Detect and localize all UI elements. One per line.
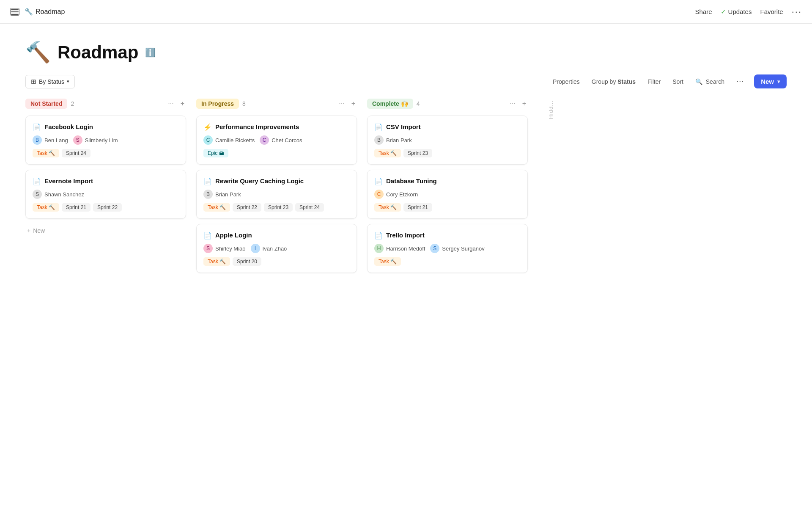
by-status-button[interactable]: ⊞ By Status ▾ bbox=[25, 75, 75, 88]
new-button[interactable]: New ▾ bbox=[754, 74, 787, 88]
filter-button[interactable]: Filter bbox=[642, 76, 666, 88]
card-tags: Task 🔨Sprint 20 bbox=[203, 257, 350, 266]
table-row[interactable]: 📄Database TuningCCory EtzkornTask 🔨Sprin… bbox=[367, 170, 528, 219]
card-tags: Task 🔨Sprint 21Sprint 22 bbox=[33, 203, 179, 212]
hamburger-menu[interactable] bbox=[10, 8, 19, 16]
search-button[interactable]: 🔍 Search bbox=[690, 76, 730, 88]
column-in-progress: In Progress8···+⚡Performance Improvement… bbox=[196, 99, 357, 278]
plus-icon: + bbox=[27, 227, 30, 234]
toolbar-more-icon: ··· bbox=[736, 77, 744, 85]
column-header-complete: Complete 🙌4···+ bbox=[367, 99, 528, 109]
card-assignees: BBrian Park bbox=[203, 190, 350, 199]
add-new-row[interactable]: +New bbox=[25, 224, 186, 237]
favorite-button[interactable]: Favorite bbox=[760, 8, 783, 15]
tag-task: Task 🔨 bbox=[374, 257, 401, 266]
column-more-button-complete[interactable]: ··· bbox=[508, 99, 517, 108]
avatar: C bbox=[374, 190, 384, 199]
updates-button[interactable]: ✓ Updates bbox=[721, 8, 752, 16]
filter-label: Filter bbox=[647, 78, 661, 85]
assignee-name: Shirley Miao bbox=[215, 245, 246, 252]
card-tags: Task 🔨Sprint 21 bbox=[374, 203, 521, 212]
card-assignees: HHarrison MedoffSSergey Surganov bbox=[374, 244, 521, 253]
column-add-button-complete[interactable]: + bbox=[521, 99, 528, 108]
table-row[interactable]: 📄Trello ImportHHarrison MedoffSSergey Su… bbox=[367, 224, 528, 273]
column-header-not-started: Not Started2···+ bbox=[25, 99, 186, 109]
share-label: Share bbox=[695, 8, 712, 15]
column-not-started: Not Started2···+📄Facebook LoginBBen Lang… bbox=[25, 99, 186, 237]
column-count-complete: 4 bbox=[417, 100, 420, 107]
share-button[interactable]: Share bbox=[695, 8, 712, 15]
avatar: S bbox=[430, 244, 439, 253]
tag-sprint: Sprint 23 bbox=[403, 149, 432, 157]
assignee-name: Camille Ricketts bbox=[215, 137, 255, 143]
assignee-name: Brian Park bbox=[215, 191, 241, 198]
column-more-button-in-progress[interactable]: ··· bbox=[337, 99, 346, 108]
tag-sprint: Sprint 21 bbox=[62, 203, 91, 212]
app-title: 🔧 Roadmap bbox=[25, 8, 65, 16]
nav-left: 🔧 Roadmap bbox=[10, 8, 65, 16]
more-options-button[interactable]: ··· bbox=[792, 6, 802, 17]
page-icon: 🔨 bbox=[25, 41, 51, 64]
card-title-row: 📄Trello Import bbox=[374, 231, 521, 240]
column-add-button-in-progress[interactable]: + bbox=[350, 99, 357, 108]
document-icon: 📄 bbox=[33, 177, 41, 185]
card-title: Database Tuning bbox=[386, 177, 437, 185]
card-assignees: SShawn Sanchez bbox=[33, 190, 179, 199]
top-navigation: 🔧 Roadmap Share ✓ Updates Favorite ··· bbox=[0, 0, 812, 24]
table-row[interactable]: 📄Facebook LoginBBen LangSSlimberly LimTa… bbox=[25, 116, 186, 165]
card-assignees: BBrian Park bbox=[374, 135, 521, 145]
tag-task: Task 🔨 bbox=[203, 257, 230, 266]
hidden-column-label: Hidd... bbox=[548, 100, 554, 119]
table-row[interactable]: 📄CSV ImportBBrian ParkTask 🔨Sprint 23 bbox=[367, 116, 528, 165]
card-title-row: 📄Apple Login bbox=[203, 231, 350, 240]
table-row[interactable]: 📄Apple LoginSShirley MiaoIIvan ZhaoTask … bbox=[196, 224, 357, 273]
avatar: B bbox=[203, 190, 213, 199]
card-tags: Task 🔨Sprint 24 bbox=[33, 149, 179, 157]
card-assignees: CCory Etzkorn bbox=[374, 190, 521, 199]
page-header: 🔨 Roadmap ℹ️ bbox=[0, 24, 812, 74]
app-name-label: Roadmap bbox=[36, 8, 65, 16]
new-label: New bbox=[761, 78, 774, 85]
sort-label: Sort bbox=[672, 78, 683, 85]
tag-epic: Epic 🏔 bbox=[203, 149, 228, 157]
page-title: Roadmap bbox=[58, 42, 138, 63]
column-header-in-progress: In Progress8···+ bbox=[196, 99, 357, 109]
chevron-down-icon: ▾ bbox=[67, 79, 69, 84]
card-title: Apple Login bbox=[215, 231, 252, 240]
column-count-not-started: 2 bbox=[71, 100, 74, 107]
card-title: Facebook Login bbox=[44, 123, 93, 131]
column-more-button-not-started[interactable]: ··· bbox=[166, 99, 175, 108]
table-row[interactable]: 📄Evernote ImportSShawn SanchezTask 🔨Spri… bbox=[25, 170, 186, 219]
card-title: Evernote Import bbox=[44, 177, 93, 185]
updates-label: Updates bbox=[728, 8, 752, 15]
tag-task: Task 🔨 bbox=[33, 203, 59, 212]
properties-button[interactable]: Properties bbox=[548, 76, 585, 88]
document-icon: ⚡ bbox=[203, 123, 212, 131]
search-icon: 🔍 bbox=[695, 78, 702, 85]
tag-sprint: Sprint 23 bbox=[264, 203, 293, 212]
document-icon: 📄 bbox=[203, 177, 212, 185]
tag-sprint: Sprint 22 bbox=[233, 203, 261, 212]
tag-sprint: Sprint 22 bbox=[93, 203, 122, 212]
assignee-name: Shawn Sanchez bbox=[44, 191, 84, 198]
table-row[interactable]: 📄Rewrite Query Caching LogicBBrian ParkT… bbox=[196, 170, 357, 219]
document-icon: 📄 bbox=[374, 123, 383, 131]
card-title: CSV Import bbox=[386, 123, 421, 131]
card-tags: Task 🔨Sprint 22Sprint 23Sprint 24 bbox=[203, 203, 350, 212]
toolbar: ⊞ By Status ▾ Properties Group by Status… bbox=[0, 74, 812, 88]
avatar: H bbox=[374, 244, 384, 253]
card-tags: Task 🔨 bbox=[374, 257, 521, 266]
sort-button[interactable]: Sort bbox=[667, 76, 689, 88]
table-row[interactable]: ⚡Performance ImprovementsCCamille Ricket… bbox=[196, 116, 357, 165]
avatar: S bbox=[33, 190, 42, 199]
nav-right: Share ✓ Updates Favorite ··· bbox=[695, 6, 802, 17]
info-icon[interactable]: ℹ️ bbox=[145, 47, 156, 58]
column-add-button-not-started[interactable]: + bbox=[179, 99, 186, 108]
search-label: Search bbox=[706, 78, 724, 85]
toolbar-more-button[interactable]: ··· bbox=[731, 74, 749, 88]
assignee-name: Cory Etzkorn bbox=[386, 191, 418, 198]
assignee-name: Sergey Surganov bbox=[442, 245, 484, 252]
group-by-button[interactable]: Group by Status bbox=[587, 76, 641, 88]
avatar: S bbox=[73, 135, 82, 145]
card-assignees: BBen LangSSlimberly Lim bbox=[33, 135, 179, 145]
